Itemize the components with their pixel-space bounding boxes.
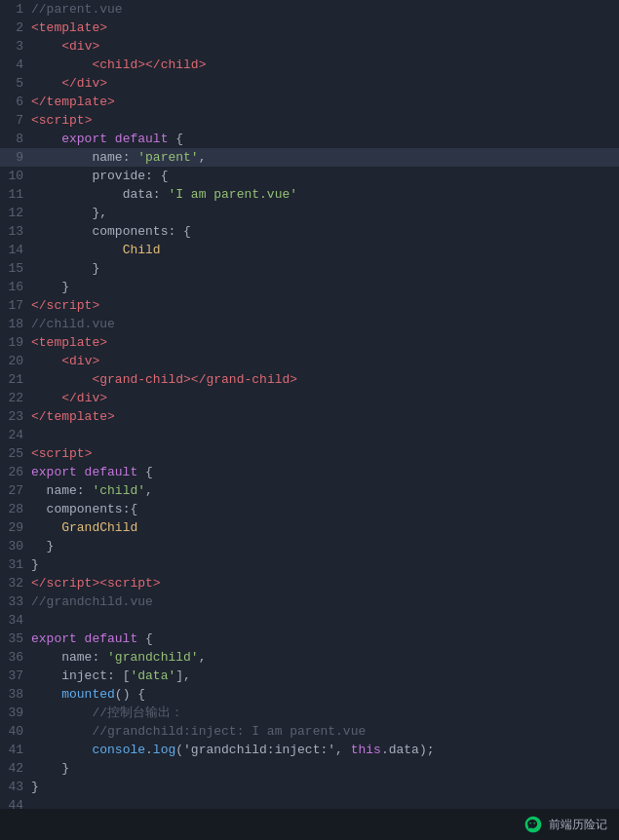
line-content: }	[31, 259, 99, 278]
line-content: <div>	[31, 352, 99, 370]
code-line: 9 name: 'parent',	[0, 148, 619, 167]
line-number: 23	[0, 407, 31, 426]
code-line: 14 Child	[0, 241, 619, 259]
line-number: 36	[0, 648, 31, 667]
line-number: 28	[0, 500, 31, 518]
line-number: 20	[0, 352, 31, 370]
line-number: 13	[0, 222, 31, 241]
code-line: 6</template>	[0, 93, 619, 111]
code-line: 38 mounted() {	[0, 685, 619, 704]
line-number: 39	[0, 704, 31, 722]
code-line: 2<template>	[0, 19, 619, 37]
line-number: 29	[0, 518, 31, 537]
line-number: 12	[0, 204, 31, 222]
line-number: 32	[0, 574, 31, 592]
code-line: 27 name: 'child',	[0, 481, 619, 500]
code-line: 34	[0, 611, 619, 630]
code-line: 13 components: {	[0, 222, 619, 241]
code-line: 7<script>	[0, 111, 619, 130]
code-line: 18//child.vue	[0, 315, 619, 333]
line-number: 26	[0, 463, 31, 481]
code-line: 30 }	[0, 537, 619, 555]
line-number: 11	[0, 185, 31, 204]
line-number: 6	[0, 93, 31, 111]
line-content: </div>	[31, 74, 107, 93]
line-content: provide: {	[31, 167, 168, 185]
line-content: Child	[31, 241, 161, 259]
line-content: </script>	[31, 296, 99, 315]
line-number: 35	[0, 630, 31, 648]
line-content: export default {	[31, 130, 183, 148]
line-content: <script>	[31, 444, 92, 463]
code-line: 12 },	[0, 204, 619, 222]
code-line: 36 name: 'grandchild',	[0, 648, 619, 667]
line-content: export default {	[31, 463, 153, 481]
code-line: 21 <grand-child></grand-child>	[0, 370, 619, 389]
line-number: 30	[0, 537, 31, 555]
code-line: 15 }	[0, 259, 619, 278]
code-line: 43}	[0, 778, 619, 796]
line-content: //parent.vue	[31, 0, 123, 19]
line-number: 10	[0, 167, 31, 185]
code-line: 37 inject: ['data'],	[0, 667, 619, 685]
line-number: 9	[0, 148, 31, 167]
line-content: </div>	[31, 389, 107, 407]
line-content: console.log('grandchild:inject:', this.d…	[31, 741, 435, 759]
line-number: 41	[0, 741, 31, 759]
line-number: 3	[0, 37, 31, 56]
line-content	[31, 796, 39, 809]
line-number: 4	[0, 56, 31, 74]
code-line: 20 <div>	[0, 352, 619, 370]
code-line: 5 </div>	[0, 74, 619, 93]
line-number: 18	[0, 315, 31, 333]
line-content: <script>	[31, 111, 92, 130]
line-content: <template>	[31, 333, 107, 352]
line-content: name: 'child',	[31, 481, 153, 500]
code-line: 3 <div>	[0, 37, 619, 56]
code-line: 19<template>	[0, 333, 619, 352]
line-number: 24	[0, 426, 31, 444]
code-line: 22 </div>	[0, 389, 619, 407]
line-content: components:{	[31, 500, 137, 518]
line-content: <child></child>	[31, 56, 206, 74]
line-number: 42	[0, 759, 31, 778]
code-line: 17</script>	[0, 296, 619, 315]
line-content: //控制台输出：	[31, 704, 183, 722]
code-line: 16 }	[0, 278, 619, 296]
code-editor: 1//parent.vue2<template>3 <div>4 <child>…	[0, 0, 619, 809]
line-number: 1	[0, 0, 31, 19]
line-content: </script><script>	[31, 574, 161, 592]
line-number: 17	[0, 296, 31, 315]
line-content: },	[31, 204, 107, 222]
code-line: 42 }	[0, 759, 619, 778]
code-line: 1//parent.vue	[0, 0, 619, 19]
code-line: 10 provide: {	[0, 167, 619, 185]
code-line: 25<script>	[0, 444, 619, 463]
line-content: name: 'parent',	[31, 148, 206, 167]
line-content: //grandchild:inject: I am parent.vue	[31, 722, 366, 741]
code-line: 23</template>	[0, 407, 619, 426]
line-number: 38	[0, 685, 31, 704]
line-number: 37	[0, 667, 31, 685]
line-number: 21	[0, 370, 31, 389]
wechat-icon	[523, 815, 543, 834]
line-content: GrandChild	[31, 518, 137, 537]
code-line: 11 data: 'I am parent.vue'	[0, 185, 619, 204]
line-content: </template>	[31, 93, 115, 111]
code-line: 41 console.log('grandchild:inject:', thi…	[0, 741, 619, 759]
line-content: }	[31, 537, 54, 555]
line-number: 31	[0, 555, 31, 574]
line-number: 2	[0, 19, 31, 37]
code-line: 31}	[0, 555, 619, 574]
code-line: 32</script><script>	[0, 574, 619, 592]
line-content: }	[31, 278, 69, 296]
code-line: 28 components:{	[0, 500, 619, 518]
line-content: //grandchild.vue	[31, 592, 153, 611]
line-number: 8	[0, 130, 31, 148]
code-line: 29 GrandChild	[0, 518, 619, 537]
code-line: 40 //grandchild:inject: I am parent.vue	[0, 722, 619, 741]
line-number: 22	[0, 389, 31, 407]
line-content: data: 'I am parent.vue'	[31, 185, 297, 204]
line-content: mounted() {	[31, 685, 145, 704]
line-content: }	[31, 759, 69, 778]
